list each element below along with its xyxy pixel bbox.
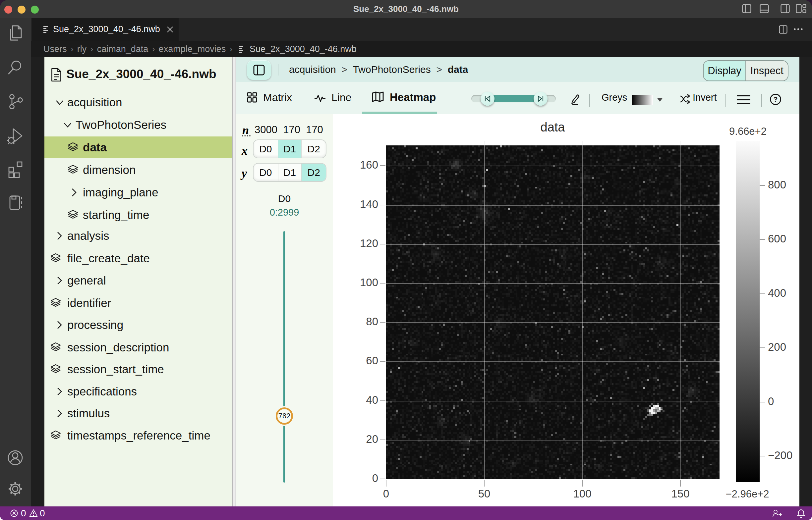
svg-text:?: ? [773, 95, 778, 103]
